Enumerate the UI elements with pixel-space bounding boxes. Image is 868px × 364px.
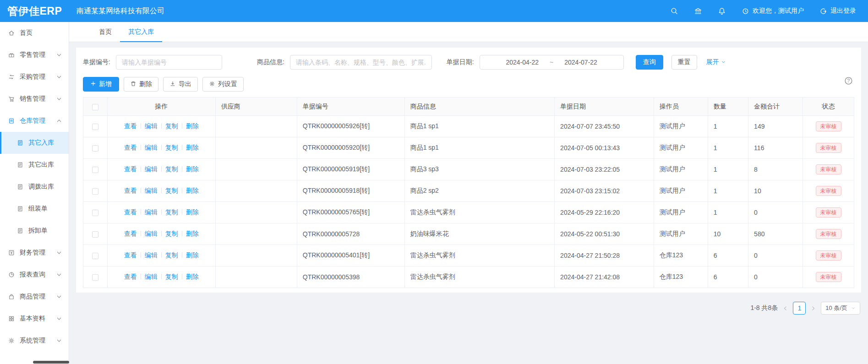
- action-link-删除[interactable]: 删除: [186, 230, 199, 237]
- sidebar-item-仓库管理[interactable]: 仓库管理: [0, 110, 69, 132]
- cell-select: [83, 223, 108, 245]
- tab-首页[interactable]: 首页: [91, 22, 120, 42]
- action-link-复制[interactable]: 复制: [165, 144, 178, 151]
- action-link-查看[interactable]: 查看: [124, 122, 137, 130]
- row-checkbox[interactable]: [92, 167, 98, 173]
- page-size-value: 10 条/页: [825, 304, 847, 312]
- help-icon[interactable]: ?: [844, 76, 853, 86]
- row-checkbox[interactable]: [92, 231, 98, 238]
- action-link-编辑[interactable]: 编辑: [145, 165, 158, 173]
- logout-button[interactable]: 退出登录: [819, 7, 856, 15]
- page-number-button[interactable]: 1: [793, 302, 806, 315]
- cell-supplier: [215, 116, 297, 137]
- action-link-复制[interactable]: 复制: [165, 187, 178, 194]
- sidebar-item-报表查询[interactable]: 报表查询: [0, 264, 69, 286]
- action-link-删除[interactable]: 删除: [186, 122, 199, 130]
- action-link-删除[interactable]: 删除: [186, 187, 199, 194]
- action-link-查看[interactable]: 查看: [124, 230, 137, 237]
- sidebar-item-财务管理[interactable]: 财务管理: [0, 242, 69, 264]
- cell-actions: 查看编辑复制删除: [107, 180, 215, 202]
- action-link-编辑[interactable]: 编辑: [145, 273, 158, 280]
- status-badge: 未审核: [816, 272, 841, 282]
- action-link-编辑[interactable]: 编辑: [145, 251, 158, 259]
- action-link-查看[interactable]: 查看: [124, 165, 137, 173]
- tab-bar: 首页其它入库: [69, 22, 868, 42]
- page-size-select[interactable]: 10 条/页: [821, 302, 860, 315]
- row-checkbox[interactable]: [92, 145, 98, 152]
- next-page-button[interactable]: [810, 305, 816, 311]
- sidebar-item-基本资料[interactable]: 基本资料: [0, 308, 69, 330]
- sidebar-item-零售管理[interactable]: 零售管理: [0, 44, 69, 66]
- date-range-picker[interactable]: 2024-04-22 ~ 2024-07-22: [480, 55, 624, 70]
- row-checkbox[interactable]: [92, 188, 98, 195]
- add-button[interactable]: 新增: [83, 77, 119, 92]
- goods-icon: [8, 293, 15, 300]
- action-link-查看[interactable]: 查看: [124, 208, 137, 216]
- action-link-删除[interactable]: 删除: [186, 251, 199, 259]
- action-link-删除[interactable]: 删除: [186, 273, 199, 280]
- order-no-input[interactable]: [116, 55, 222, 70]
- action-link-查看[interactable]: 查看: [124, 251, 137, 259]
- action-link-编辑[interactable]: 编辑: [145, 230, 158, 237]
- expand-filters-link[interactable]: 展开: [706, 58, 726, 66]
- action-link-复制[interactable]: 复制: [165, 165, 178, 173]
- action-link-复制[interactable]: 复制: [165, 251, 178, 259]
- sidebar-item-label: 财务管理: [20, 249, 45, 257]
- cell-actions: 查看编辑复制删除: [107, 223, 215, 245]
- product-info-input[interactable]: [290, 55, 432, 70]
- notification-bell-icon[interactable]: [718, 7, 726, 15]
- action-link-删除[interactable]: 删除: [186, 165, 199, 173]
- action-link-查看[interactable]: 查看: [124, 144, 137, 151]
- sidebar-item-首页[interactable]: 首页: [0, 22, 69, 44]
- delete-button[interactable]: 删除: [124, 77, 158, 92]
- action-link-复制[interactable]: 复制: [165, 122, 178, 130]
- row-checkbox[interactable]: [92, 274, 98, 281]
- action-link-复制[interactable]: 复制: [165, 208, 178, 216]
- action-link-复制[interactable]: 复制: [165, 273, 178, 280]
- sidebar-item-采购管理[interactable]: 采购管理: [0, 66, 69, 88]
- tab-其它入库[interactable]: 其它入库: [120, 22, 162, 42]
- row-checkbox[interactable]: [92, 124, 98, 130]
- action-link-复制[interactable]: 复制: [165, 230, 178, 237]
- product-info-label: 商品信息:: [257, 58, 284, 66]
- sidebar-item-其它入库[interactable]: 其它入库: [0, 132, 69, 154]
- action-divider: [182, 274, 182, 279]
- action-link-删除[interactable]: 删除: [186, 144, 199, 151]
- reset-button[interactable]: 重置: [671, 55, 697, 70]
- bank-icon[interactable]: [694, 7, 702, 15]
- search-icon[interactable]: [670, 7, 678, 15]
- action-divider: [141, 166, 141, 172]
- cell-actions: 查看编辑复制删除: [107, 202, 215, 223]
- table-row: 查看编辑复制删除QTRK00000005920[转]商品1 sp12024-07…: [83, 137, 854, 159]
- table-row: 查看编辑复制删除QTRK00000005919[转]商品3 sp32024-07…: [83, 159, 854, 180]
- add-button-label: 新增: [99, 80, 112, 88]
- cell-date: 2024-07-03 23:15:02: [555, 180, 654, 202]
- sidebar-item-销售管理[interactable]: 销售管理: [0, 88, 69, 110]
- chevron-down-icon: [851, 305, 856, 312]
- sidebar-item-其它出库[interactable]: 其它出库: [0, 154, 69, 176]
- sidebar-item-系统管理[interactable]: 系统管理: [0, 330, 69, 352]
- action-link-编辑[interactable]: 编辑: [145, 208, 158, 216]
- action-link-删除[interactable]: 删除: [186, 208, 199, 216]
- sidebar-item-调拨出库[interactable]: 调拨出库: [0, 176, 69, 198]
- sidebar-item-商品管理[interactable]: 商品管理: [0, 286, 69, 308]
- user-welcome[interactable]: 欢迎您，测试用户: [742, 7, 804, 15]
- action-divider: [141, 209, 141, 215]
- action-link-编辑[interactable]: 编辑: [145, 144, 158, 151]
- action-link-编辑[interactable]: 编辑: [145, 187, 158, 194]
- sidebar-item-拆卸单[interactable]: 拆卸单: [0, 220, 69, 242]
- sidebar-item-组装单[interactable]: 组装单: [0, 198, 69, 220]
- action-link-编辑[interactable]: 编辑: [145, 122, 158, 130]
- column-settings-button[interactable]: 列设置: [202, 77, 244, 92]
- table-row: 查看编辑复制删除QTRK00000005398雷达杀虫气雾剂2024-04-27…: [83, 266, 854, 288]
- select-all-checkbox[interactable]: [92, 104, 98, 110]
- sidebar-scrollbar[interactable]: [33, 361, 69, 364]
- status-badge: 未审核: [816, 207, 841, 217]
- row-checkbox[interactable]: [92, 210, 98, 216]
- export-button[interactable]: 导出: [163, 77, 198, 92]
- search-button[interactable]: 查询: [636, 55, 663, 70]
- row-checkbox[interactable]: [92, 253, 98, 259]
- action-link-查看[interactable]: 查看: [124, 187, 137, 194]
- prev-page-button[interactable]: [782, 305, 788, 311]
- action-link-查看[interactable]: 查看: [124, 273, 137, 280]
